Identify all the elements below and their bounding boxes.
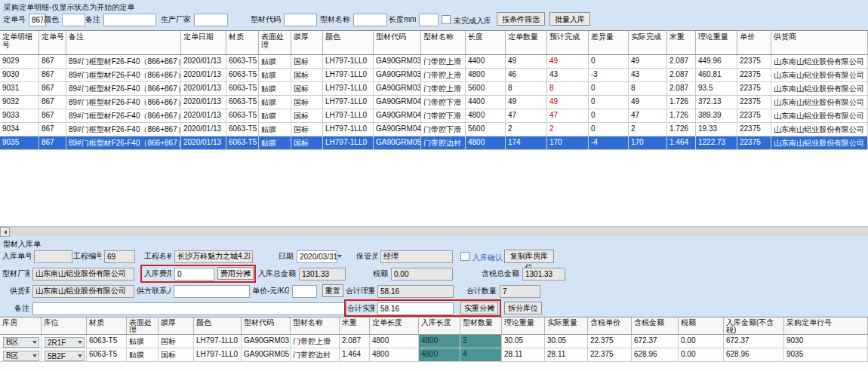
table-row[interactable]: 903286789#门框型材F26-F40（866+867）2020/01/13… xyxy=(0,96,868,109)
table-row[interactable]: 903586789#门框型材F26-F40（866+867）2020/01/13… xyxy=(0,136,868,150)
table-row[interactable]: 903486789#门框型材F26-F40（866+867）2020/01/13… xyxy=(0,123,868,136)
table-cell: 1.726 xyxy=(667,123,696,136)
column-header[interactable]: 膜厚 xyxy=(291,31,323,55)
column-header[interactable]: 定单明细号 xyxy=(0,31,39,55)
inbound-fee-input[interactable] xyxy=(174,268,214,281)
supplier-contact-input[interactable] xyxy=(174,285,250,298)
filter-remark-input[interactable] xyxy=(103,14,156,26)
batch-inbound-button[interactable]: 批量入库 xyxy=(549,12,590,26)
column-header[interactable]: 米重 xyxy=(340,317,370,335)
filter-by-condition-button[interactable]: 按条件筛选 xyxy=(497,12,545,26)
column-header[interactable]: 材质 xyxy=(87,317,127,335)
table-row[interactable]: 903086789#门框型材F26-F40（866+867）2020/01/13… xyxy=(0,69,868,82)
column-header[interactable]: 型材数量 xyxy=(460,317,502,335)
column-header[interactable]: 库房 xyxy=(0,317,42,335)
column-header[interactable]: 实际完成 xyxy=(629,31,667,55)
column-header[interactable]: 型材代码 xyxy=(374,31,421,55)
table-cell: 贴膜 xyxy=(259,82,291,96)
table-cell: 22375 xyxy=(737,96,771,109)
date-picker[interactable]: 2020/03/31 xyxy=(297,250,337,263)
column-header[interactable]: 定单日期 xyxy=(181,31,226,55)
table-cell: 门带腔上滑 xyxy=(291,335,340,348)
unfinished-checkbox[interactable] xyxy=(442,15,451,24)
inbound-no-field xyxy=(34,250,72,263)
table-row[interactable]: 903186789#门框型材F26-F40（866+867）2020/01/13… xyxy=(0,82,868,96)
table-cell: 4800 xyxy=(419,348,460,362)
fee-allocate-button[interactable]: 费用分摊 xyxy=(217,267,254,280)
filter-profile-name-input[interactable] xyxy=(353,14,387,26)
table-cell: 山东南山铝业股份有限公司 xyxy=(771,69,868,82)
table-cell: 4800 xyxy=(466,109,506,123)
table-cell: LH797-1LL0 xyxy=(323,96,374,109)
column-header[interactable]: 差异量 xyxy=(589,31,629,55)
column-header[interactable]: 备注 xyxy=(66,31,181,55)
confirm-checkbox[interactable] xyxy=(460,252,469,261)
column-header[interactable]: 理论重量 xyxy=(502,317,545,335)
column-header[interactable]: 表面处理 xyxy=(127,317,159,335)
column-header[interactable]: 米重 xyxy=(667,31,696,55)
location-select[interactable]: 2R1F xyxy=(45,337,85,348)
horizontal-scrollbar[interactable] xyxy=(0,226,868,236)
column-header[interactable]: 预计完成 xyxy=(547,31,589,55)
filter-manufacturer-input[interactable] xyxy=(194,14,228,26)
filter-length-input[interactable] xyxy=(419,14,439,26)
split-location-button[interactable]: 拆分库位 xyxy=(504,302,542,314)
inbound-fee-label: 入库费用 xyxy=(144,268,171,279)
page-title: 采购定单明细-仅显示状态为开始的定单 xyxy=(4,2,134,13)
column-header[interactable]: 采购定单行号 xyxy=(784,317,868,335)
column-header[interactable]: 型材名称 xyxy=(291,317,340,335)
column-header[interactable]: 入库金额(不含税) xyxy=(724,317,784,335)
tax-field xyxy=(391,268,453,281)
column-header[interactable]: 定单数量 xyxy=(506,31,547,55)
warehouse-select[interactable]: B区 xyxy=(3,337,39,348)
table-cell: 2 xyxy=(547,123,589,136)
warehouse-select[interactable]: B区 xyxy=(3,351,39,361)
column-header[interactable]: 颜色 xyxy=(323,31,374,55)
column-header[interactable]: 含税单价 xyxy=(588,317,632,335)
remark-input[interactable] xyxy=(32,302,346,315)
column-header[interactable]: 膜厚 xyxy=(159,317,194,335)
column-header[interactable]: 单价 xyxy=(737,31,771,55)
column-header[interactable]: 定单长度 xyxy=(370,317,419,335)
column-header[interactable]: 库位 xyxy=(42,317,87,335)
filter-color-input[interactable] xyxy=(62,14,85,26)
column-header[interactable]: 入库长度 xyxy=(419,317,460,335)
scroll-left-button[interactable] xyxy=(0,227,10,237)
column-header[interactable]: 定单号 xyxy=(39,31,66,55)
column-header[interactable]: 理论重量 xyxy=(696,31,737,55)
column-header[interactable]: 型材代码 xyxy=(242,317,291,335)
dropdown-arrow-icon xyxy=(32,354,37,357)
table-row[interactable]: B区2R1F6063-T5贴膜国标LH797-1LL0GA90GRM03门带腔上… xyxy=(0,335,868,348)
table-row[interactable]: 902986789#门框型材F26-F40（866+867）2020/01/13… xyxy=(0,55,868,69)
table-cell: 672.37 xyxy=(632,335,679,348)
table-cell: 89#门框型材F26-F40（866+867） xyxy=(66,109,181,123)
column-header[interactable]: 材质 xyxy=(226,31,259,55)
column-header[interactable]: 含税金额 xyxy=(632,317,679,335)
column-header[interactable]: 供货商 xyxy=(771,31,868,55)
select-value: B区 xyxy=(6,351,19,361)
column-header[interactable]: 型材名称 xyxy=(421,31,466,55)
actual-weight-input[interactable] xyxy=(377,302,454,315)
table-row[interactable]: B区5B2F6063-T5贴膜国标LH797-1LL0GA90GRM05门带腔边… xyxy=(0,348,868,362)
reset-button[interactable]: 重置 xyxy=(322,284,343,297)
column-header[interactable]: 实际重量 xyxy=(545,317,588,335)
filter-profile-code-input[interactable] xyxy=(284,14,317,26)
copy-warehouse-location-button[interactable]: 复制库房库位 xyxy=(504,250,554,263)
table-cell: 2020/01/13 xyxy=(181,82,226,96)
table-cell: 6063-T5 xyxy=(226,69,259,82)
supplier-label: 供货商 xyxy=(10,286,29,296)
column-header[interactable]: 表面处理 xyxy=(259,31,291,55)
location-select[interactable]: 5B2F xyxy=(45,351,85,361)
keeper-label: 保管员 xyxy=(356,251,377,262)
column-header[interactable]: 颜色 xyxy=(194,317,242,335)
column-header[interactable]: 税额 xyxy=(679,317,724,335)
table-cell: 国标 xyxy=(159,348,194,362)
column-header[interactable]: 长度 xyxy=(466,31,506,55)
actual-weight-allocate-button[interactable]: 实重分摊 xyxy=(460,302,498,314)
unit-price-input[interactable] xyxy=(292,285,317,298)
table-cell: 22.375 xyxy=(588,335,632,348)
table-cell: 贴膜 xyxy=(259,69,291,82)
table-row[interactable]: 903386789#门框型材F26-F40（866+867）2020/01/13… xyxy=(0,109,868,123)
table-cell: 22375 xyxy=(737,123,771,136)
table-cell: 867 xyxy=(39,82,66,96)
